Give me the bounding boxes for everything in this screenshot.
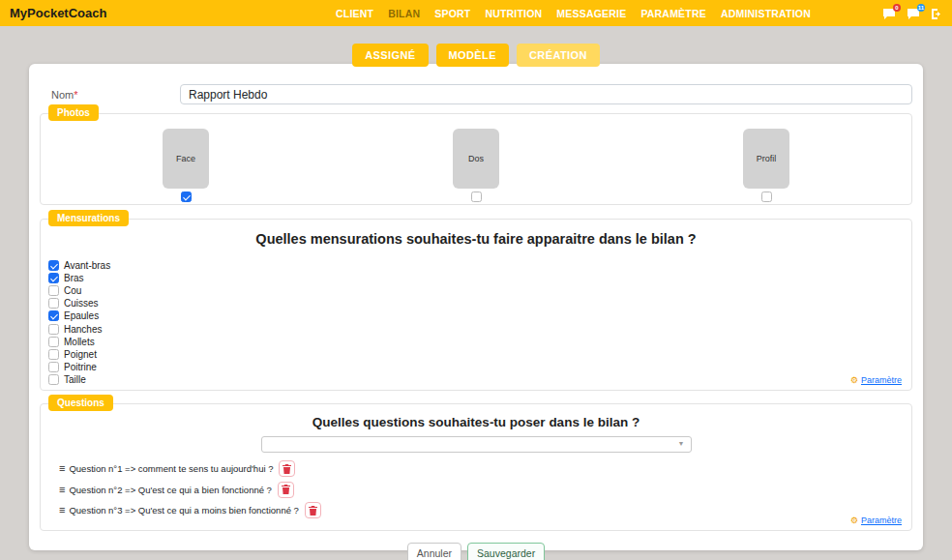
gear-icon: ⚙	[850, 516, 858, 525]
mensuration-row: Hanches	[48, 322, 911, 335]
chevron-down-icon: ▼	[678, 440, 685, 447]
message-badge: 11	[917, 4, 925, 12]
question-text: Question n°1 => comment te sens tu aujou…	[69, 463, 273, 474]
photo-grid: Face Dos Profil	[41, 114, 911, 202]
form-actions: Annuler Sauvegarder	[40, 543, 912, 560]
mensuration-label: Hanches	[64, 324, 102, 335]
mensuration-checkbox[interactable]	[48, 374, 59, 385]
question-select[interactable]: ▼	[261, 436, 692, 453]
mensuration-label: Poitrine	[64, 362, 97, 372]
mensuration-row: Epaules	[48, 309, 911, 322]
header-actions: 0 11	[882, 0, 943, 26]
mensuration-label: Cou	[64, 285, 81, 296]
mensurations-list: Avant-bras Bras Cou Cuisses	[48, 259, 911, 386]
nav-item[interactable]: MESSAGERIE	[556, 8, 626, 19]
app-header: MyPocketCoach CLIENT BILAN SPORT NUTRITI…	[0, 0, 952, 26]
cancel-button[interactable]: Annuler	[407, 543, 461, 560]
mensuration-checkbox[interactable]	[48, 260, 59, 271]
photo-placeholder[interactable]: Dos	[453, 129, 499, 189]
required-asterisk: *	[74, 89, 77, 101]
gear-icon: ⚙	[850, 376, 858, 385]
chat-notifications-button[interactable]: 0	[882, 7, 896, 19]
question-text: Question n°2 => Qu'est ce qui a bien fon…	[69, 485, 271, 495]
trash-icon	[309, 506, 317, 516]
question-row: ≡ Question n°3 => Qu'est ce qui a moins …	[59, 502, 911, 518]
photo-placeholder[interactable]: Face	[163, 129, 209, 189]
mensuration-label: Taille	[64, 374, 86, 385]
name-label: Nom*	[51, 89, 180, 101]
mensuration-row: Poitrine	[48, 361, 911, 373]
mensuration-label: Mollets	[64, 337, 95, 347]
bilan-mode-tabs: ASSIGNÉ MODÈLE CRÉATION	[0, 44, 952, 67]
mensuration-checkbox[interactable]	[48, 285, 59, 296]
mensuration-checkbox[interactable]	[48, 337, 59, 347]
nav-item[interactable]: PARAMÈTRE	[640, 8, 706, 19]
delete-question-button[interactable]	[279, 460, 295, 477]
mensuration-row: Taille	[48, 373, 911, 386]
mensuration-checkbox[interactable]	[48, 362, 59, 372]
nav-item[interactable]: ADMINISTRATION	[721, 8, 811, 19]
name-input[interactable]	[180, 84, 912, 104]
drag-handle-icon[interactable]: ≡	[59, 485, 65, 495]
app-logo[interactable]: MyPocketCoach	[10, 6, 106, 20]
mensurations-heading: Quelles mensurations souhaites-tu faire …	[41, 231, 911, 247]
mensuration-checkbox[interactable]	[48, 273, 59, 283]
questions-settings-link[interactable]: ⚙ Paramètre	[850, 516, 902, 525]
mensuration-checkbox[interactable]	[48, 310, 59, 321]
mensuration-row: Poignet	[48, 348, 911, 361]
photos-section: Photos Face Dos Profil	[40, 113, 912, 205]
question-list: ≡ Question n°1 => comment te sens tu auj…	[59, 460, 911, 518]
photo-column: Dos	[331, 129, 621, 202]
photo-column: Profil	[621, 129, 911, 202]
mensuration-label: Cuisses	[64, 298, 99, 309]
messages-button[interactable]: 11	[907, 7, 920, 19]
tab[interactable]: ASSIGNÉ	[352, 44, 428, 67]
nav-item[interactable]: CLIENT	[336, 8, 373, 19]
tab[interactable]: MODÈLE	[436, 44, 509, 67]
mensuration-label: Avant-bras	[64, 260, 110, 271]
tab[interactable]: CRÉATION	[517, 44, 600, 67]
drag-handle-icon[interactable]: ≡	[59, 463, 65, 474]
name-field-row: Nom*	[40, 84, 912, 104]
main-nav: CLIENT BILAN SPORT NUTRITION MESSAGERIE …	[336, 0, 811, 26]
photo-checkbox[interactable]	[181, 192, 192, 202]
mensuration-label: Poignet	[64, 349, 97, 360]
question-row: ≡ Question n°2 => Qu'est ce qui a bien f…	[59, 482, 911, 498]
mensurations-legend: Mensurations	[48, 210, 129, 226]
question-text: Question n°3 => Qu'est ce qui a moins bi…	[69, 505, 298, 516]
mensuration-checkbox[interactable]	[48, 298, 59, 309]
nav-item[interactable]: SPORT	[434, 8, 470, 19]
mensuration-row: Cuisses	[48, 297, 911, 309]
trash-icon	[282, 485, 290, 494]
mensurations-settings-link[interactable]: ⚙ Paramètre	[850, 375, 902, 385]
questions-legend: Questions	[48, 395, 113, 411]
photos-legend: Photos	[48, 104, 99, 121]
trash-icon	[283, 464, 291, 474]
question-row: ≡ Question n°1 => comment te sens tu auj…	[59, 460, 911, 477]
photo-placeholder[interactable]: Profil	[743, 129, 789, 189]
questions-section: Questions Quelles questions souhaites-tu…	[40, 403, 912, 531]
mensuration-label: Bras	[64, 273, 84, 283]
creation-form-card: Nom* Photos Face Dos Profil	[29, 64, 923, 550]
mensuration-row: Avant-bras	[48, 259, 911, 272]
mensuration-row: Cou	[48, 284, 911, 297]
save-button[interactable]: Sauvegarder	[467, 543, 545, 560]
nav-item[interactable]: NUTRITION	[485, 8, 542, 19]
notification-badge: 0	[893, 4, 901, 12]
questions-heading: Quelles questions souhaites-tu poser dan…	[41, 415, 911, 429]
mensuration-checkbox[interactable]	[48, 324, 59, 335]
nav-item[interactable]: BILAN	[388, 8, 420, 19]
photo-checkbox[interactable]	[761, 192, 772, 202]
photo-checkbox[interactable]	[471, 192, 482, 202]
mensuration-label: Epaules	[64, 310, 99, 321]
logout-button[interactable]	[931, 7, 943, 19]
mensuration-checkbox[interactable]	[48, 349, 59, 360]
photo-column: Face	[41, 129, 331, 202]
mensuration-row: Bras	[48, 272, 911, 284]
delete-question-button[interactable]	[278, 482, 294, 498]
drag-handle-icon[interactable]: ≡	[59, 505, 65, 516]
mensurations-section: Mensurations Quelles mensurations souhai…	[40, 219, 912, 391]
mensuration-row: Mollets	[48, 336, 911, 348]
logout-icon	[931, 8, 943, 20]
delete-question-button[interactable]	[305, 502, 321, 518]
